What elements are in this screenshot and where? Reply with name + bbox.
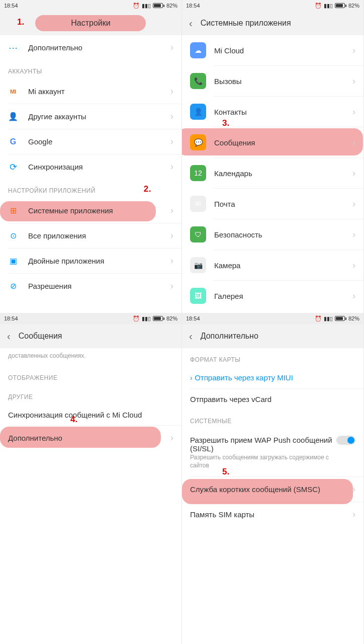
page-title: Сообщения (19, 332, 62, 341)
app-item[interactable]: ☁Mi Cloud› (182, 35, 363, 65)
item-sim-memory[interactable]: Память SIM карты › (182, 502, 363, 527)
item-wap-push[interactable]: Разрешить прием WAP Push сообщений (SI/S… (182, 429, 363, 476)
status-bar: 18:54 ⏰ ▮▮▯ 82% (0, 313, 181, 324)
status-time: 18:54 (186, 315, 200, 321)
chevron-right-icon: › (352, 229, 355, 240)
status-icons: ⏰ ▮▮▯ 82% (315, 315, 359, 322)
item-all-apps[interactable]: ⊙ Все приложения › (0, 223, 181, 248)
app-item[interactable]: 12Календарь› (182, 158, 363, 188)
chevron-right-icon: › (352, 107, 355, 117)
app-icon: 💬 (190, 134, 206, 150)
panel-2-system-apps: 18:54 ⏰ ▮▮▯ 82% ‹ Системные приложения ☁… (182, 0, 364, 313)
app-item[interactable]: 📷Камера› (182, 250, 363, 280)
chevron-right-icon: › (352, 260, 355, 271)
battery-icon (153, 3, 164, 8)
item-smsc[interactable]: 5. Служба коротких сообщений (SMSC) › (182, 477, 363, 502)
item-permissions[interactable]: ⊘ Разрешения › (0, 274, 181, 298)
item-mi-account[interactable]: MI Mi аккаунт › (0, 79, 181, 104)
toggle[interactable] (336, 436, 355, 445)
chevron-right-icon: › (170, 136, 173, 147)
person-icon: 👤 (8, 112, 18, 122)
chevron-right-icon: › (170, 433, 173, 443)
back-button[interactable]: ‹ (189, 331, 193, 342)
item-more[interactable]: ⋯ Дополнительно › (0, 35, 181, 60)
app-item[interactable]: 🖼Галерея› (182, 281, 363, 311)
annotation-4: 4. (70, 415, 77, 425)
alarm-icon: ⏰ (315, 3, 322, 9)
chevron-right-icon: › (170, 230, 173, 241)
trailing-desc: доставленных сообщениях. (8, 352, 173, 360)
back-button[interactable]: ‹ (7, 331, 11, 342)
battery-icon (153, 316, 164, 321)
status-icons: ⏰ ▮▮▯ 82% (133, 315, 177, 322)
alarm-icon: ⏰ (315, 315, 322, 322)
header: ‹ Сообщения (0, 324, 181, 348)
annotation-1: 1. (17, 17, 24, 27)
app-item[interactable]: ✉Почта› (182, 189, 363, 219)
status-bar: 18:54 ⏰ ▮▮▯ 82% (0, 0, 181, 11)
app-item[interactable]: 3.💬Сообщения› (182, 127, 363, 157)
status-time: 18:54 (4, 315, 18, 321)
status-time: 18:54 (4, 3, 18, 9)
chevron-right-icon: › (170, 281, 173, 291)
page-title: Системные приложения (201, 19, 291, 28)
chevron-right-icon: › (352, 137, 355, 148)
item-advanced[interactable]: 4. Дополнительно › (0, 426, 181, 450)
item-sync[interactable]: ⟳ Синхронизация › (0, 154, 181, 179)
app-icon: 📞 (190, 73, 206, 89)
chevron-right-icon: › (170, 111, 173, 122)
item-system-apps[interactable]: ⊞ Системные приложения › (0, 198, 181, 223)
app-icon: ☁ (190, 42, 206, 58)
chevron-right-icon: › (352, 199, 355, 209)
shield-icon: ⊘ (8, 281, 18, 291)
app-item[interactable]: 👤Контакты› (182, 97, 363, 127)
app-icon: ✉ (190, 196, 206, 212)
chevron-right-icon: › (352, 168, 355, 179)
app-icon: 🖼 (190, 288, 206, 304)
item-mi-cloud-sync[interactable]: Синхронизация сообщений с Mi Cloud (0, 405, 181, 425)
header: ‹ Дополнительно (182, 324, 363, 348)
status-bar: 18:54 ⏰ ▮▮▯ 82% (182, 0, 363, 11)
panel-1-settings: 18:54 ⏰ ▮▮▯ 82% 1. Настройки ⋯ Дополните… (0, 0, 182, 313)
chevron-right-icon: › (352, 76, 355, 87)
status-icons: ⏰ ▮▮▯ 82% (315, 3, 359, 9)
app-icon: 👤 (190, 104, 206, 120)
circle-icon: ⊙ (8, 231, 18, 241)
item-google[interactable]: G Google › (0, 129, 181, 154)
alarm-icon: ⏰ (133, 315, 140, 322)
item-dual-apps[interactable]: ▣ Двойные приложения › (0, 249, 181, 273)
panel-4-advanced: 18:54 ⏰ ▮▮▯ 82% ‹ Дополнительно ФОРМАТ К… (182, 313, 364, 644)
status-bar: 18:54 ⏰ ▮▮▯ 82% (182, 313, 363, 324)
chevron-right-icon: › (352, 45, 355, 56)
battery-icon (335, 316, 346, 321)
battery-percent: 82% (348, 315, 359, 321)
panel-3-messages: 18:54 ⏰ ▮▮▯ 82% ‹ Сообщения доставленных… (0, 313, 182, 644)
section-display: ОТОБРАЖЕНИЕ (0, 366, 181, 385)
chevron-right-icon: › (170, 86, 173, 97)
chevron-right-icon: › (352, 484, 355, 495)
item-other-accounts[interactable]: 👤 Другие аккаунты › (0, 104, 181, 129)
chevron-right-icon: › (170, 256, 173, 266)
app-item[interactable]: 📞Вызовы› (182, 66, 363, 96)
battery-icon (335, 3, 346, 8)
battery-percent: 82% (166, 315, 177, 321)
signal-icon: ▮▮▯ (324, 315, 333, 322)
back-button[interactable]: ‹ (189, 18, 193, 29)
battery-percent: 82% (166, 3, 177, 9)
section-system: СИСТЕМНЫЕ (182, 410, 363, 429)
app-item[interactable]: 🛡Безопасность› (182, 219, 363, 250)
status-time: 18:54 (186, 3, 200, 9)
battery-percent: 82% (348, 3, 359, 9)
sync-icon: ⟳ (8, 162, 18, 172)
item-send-vcard[interactable]: Отправить через vCard (182, 389, 363, 410)
header: 1. Настройки (0, 11, 181, 35)
item-send-miui-card[interactable]: › Отправить через карту MIUI (182, 367, 363, 388)
status-icons: ⏰ ▮▮▯ 82% (133, 3, 177, 9)
section-app-settings: НАСТРОЙКИ ПРИЛОЖЕНИЙ 2. (0, 179, 181, 198)
more-icon: ⋯ (8, 43, 18, 53)
grid-icon: ⊞ (8, 206, 18, 216)
chevron-right-icon: › (352, 509, 355, 520)
app-icon: 📷 (190, 257, 206, 273)
app-icon: 🛡 (190, 226, 206, 243)
mi-icon: MI (8, 87, 18, 97)
